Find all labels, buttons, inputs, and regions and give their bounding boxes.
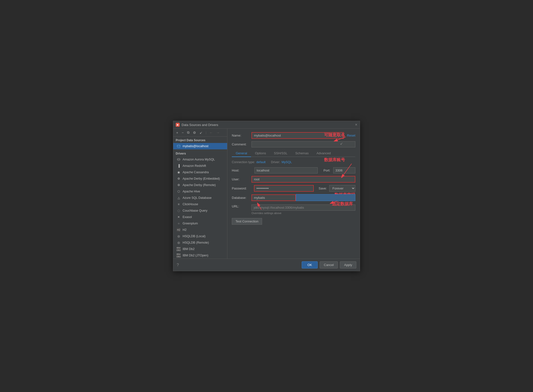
reset-link[interactable]: Reset (347, 134, 355, 137)
forward-arrow[interactable]: → (215, 130, 221, 135)
port-input[interactable] (333, 167, 355, 173)
driver-item-clickhouse[interactable]: ≡ ClickHouse (173, 201, 227, 207)
driver-item-hsqldb-remote[interactable]: ◎ HSQLDB (Remote) (173, 239, 227, 246)
driver-icon-redshift: ▐ (177, 164, 181, 168)
driver-label-apache-cassandra: Apache Cassandra (183, 171, 209, 174)
port-label: Port: (324, 169, 330, 172)
driver-item-amazon-redshift[interactable]: ▐ Amazon Redshift (173, 163, 227, 169)
title-bar-left: ▶ Data Sources and Drivers (176, 123, 218, 127)
user-row: User: (232, 176, 355, 183)
driver-item-amazon-aurora[interactable]: Amazon Aurora MySQL (173, 156, 227, 163)
project-datasource-item[interactable]: mybatis@localhost (173, 143, 227, 149)
url-row: URL: (232, 204, 355, 211)
save-label: Save: (319, 187, 327, 190)
svg-point-1 (177, 158, 180, 159)
tab-general[interactable]: General (232, 150, 251, 157)
driver-item-exasol[interactable]: ✕ Exasol (173, 214, 227, 220)
driver-icon-greenplum: ○ (177, 221, 181, 225)
left-toolbar: + − ⧉ ⚙ ↙ | ← → (173, 129, 227, 137)
database-extra (296, 194, 355, 201)
driver-icon-h2: H2 (177, 228, 181, 232)
user-input[interactable] (251, 176, 355, 183)
driver-label-hsqldb-local: HSQLDB (Local) (183, 235, 205, 238)
comment-row: Comment: ↙ (232, 141, 355, 147)
help-button[interactable]: ? (177, 263, 179, 267)
drivers-list: Amazon Aurora MySQL ▐ Amazon Redshift ◉ … (173, 156, 227, 259)
cancel-button[interactable]: Cancel (320, 261, 338, 268)
svg-point-0 (177, 145, 180, 146)
drivers-section-label: Drivers (173, 149, 227, 156)
app-icon: ▶ (176, 123, 180, 127)
tab-ssh-ssl[interactable]: SSH/SSL (270, 150, 291, 157)
driver-icon-clickhouse: ≡ (177, 202, 181, 206)
separator: | (205, 131, 206, 134)
driver-icon-cassandra: ◉ (177, 170, 181, 174)
comment-input[interactable] (251, 141, 355, 147)
host-input[interactable] (254, 167, 318, 173)
driver-label-azure-sql: Azure SQL Database (183, 196, 212, 200)
driver-item-ibm-db2-jt[interactable]: IBMDB2 IBM Db2 (JTOpen) (173, 252, 227, 259)
driver-item-apache-cassandra[interactable]: ◉ Apache Cassandra (173, 169, 227, 175)
driver-value[interactable]: MySQL (282, 160, 292, 164)
remove-button[interactable]: − (181, 130, 185, 135)
settings-button[interactable]: ⚙ (192, 130, 197, 135)
bottom-bar: ? OK Cancel Apply (173, 259, 360, 271)
name-input[interactable] (251, 132, 344, 139)
dialog-title: Data Sources and Drivers (182, 123, 218, 127)
driver-icon-hive: ⬡ (177, 189, 181, 193)
datasource-icon (177, 144, 181, 148)
add-button[interactable]: + (175, 130, 179, 135)
connection-type-value[interactable]: default (256, 160, 266, 164)
ok-button[interactable]: OK (302, 261, 318, 268)
tab-schemas[interactable]: Schemas (291, 150, 313, 157)
driver-icon-couchbase: ◌ (177, 209, 181, 213)
save-select[interactable]: Forever For session Never (329, 185, 355, 192)
title-bar: ▶ Data Sources and Drivers × (173, 121, 360, 129)
user-label: User: (232, 177, 251, 181)
driver-icon-ibm-db2: IBMDB2 (177, 247, 181, 251)
overrides-text: Overrides settings above (251, 212, 355, 215)
test-connection-area: Test Connection (232, 218, 355, 225)
driver-icon-ibm-db2-jt: IBMDB2 (177, 253, 181, 257)
driver-icon-aurora (177, 157, 181, 161)
driver-item-apache-hive[interactable]: ⬡ Apache Hive (173, 188, 227, 195)
url-input[interactable] (251, 204, 355, 211)
name-row: Name: Reset 可随意取名 (232, 132, 355, 139)
main-content: + − ⧉ ⚙ ↙ | ← → Project Data Sources myb… (173, 129, 360, 259)
driver-label-amazon-aurora: Amazon Aurora MySQL (183, 158, 215, 161)
database-row: Database: 选定数据库 (232, 194, 355, 201)
tab-options[interactable]: Options (251, 150, 270, 157)
driver-item-azure-sql[interactable]: △ Azure SQL Database (173, 195, 227, 201)
close-button[interactable]: × (355, 123, 357, 127)
driver-icon-derby-remote: ⚙ (177, 183, 181, 187)
driver-label-h2: H2 (183, 228, 187, 232)
driver-item-ibm-db2[interactable]: IBMDB2 IBM Db2 (173, 246, 227, 252)
url-label: URL: (232, 204, 251, 208)
driver-item-couchbase[interactable]: ◌ Couchbase Query (173, 207, 227, 214)
driver-label-greenplum: Greenplum (183, 222, 198, 225)
import-button[interactable]: ↙ (199, 130, 204, 135)
name-label: Name: (232, 134, 251, 137)
database-input[interactable] (251, 194, 296, 201)
driver-label-static: Driver: (271, 160, 280, 164)
driver-item-apache-derby-embedded[interactable]: ⚙ Apache Derby (Embedded) (173, 175, 227, 182)
test-connection-button[interactable]: Test Connection (232, 218, 262, 225)
driver-label-couchbase: Couchbase Query (183, 209, 207, 212)
back-arrow[interactable]: ← (208, 130, 214, 135)
driver-icon-derby-embedded: ⚙ (177, 177, 181, 181)
left-panel: + − ⧉ ⚙ ↙ | ← → Project Data Sources myb… (173, 129, 227, 259)
driver-item-h2[interactable]: H2 H2 (173, 227, 227, 233)
password-label: Password: (232, 187, 251, 190)
driver-label-amazon-redshift: Amazon Redshift (183, 164, 206, 168)
connection-type-label: Connection type: (232, 160, 255, 164)
selected-datasource-label: mybatis@localhost (183, 144, 208, 148)
driver-label-apache-hive: Apache Hive (183, 190, 200, 193)
tab-advanced[interactable]: Advanced (313, 150, 335, 157)
driver-item-greenplum[interactable]: ○ Greenplum (173, 220, 227, 227)
driver-item-hsqldb-local[interactable]: ◎ HSQLDB (Local) (173, 233, 227, 239)
copy-button[interactable]: ⧉ (186, 130, 190, 135)
driver-item-apache-derby-remote[interactable]: ⚙ Apache Derby (Remote) (173, 182, 227, 188)
password-input[interactable] (254, 185, 314, 192)
driver-label-apache-derby-remote: Apache Derby (Remote) (183, 183, 216, 187)
apply-button[interactable]: Apply (340, 261, 356, 268)
